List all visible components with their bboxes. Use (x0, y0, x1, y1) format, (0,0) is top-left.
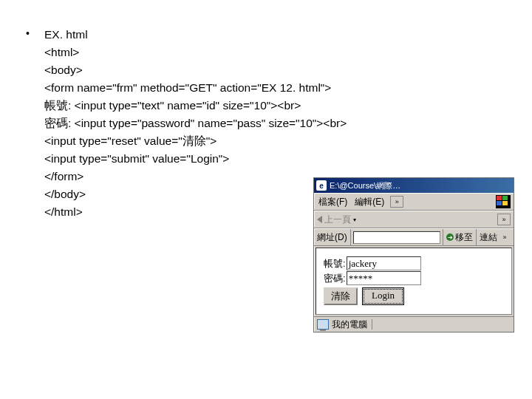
back-button[interactable]: 上一頁 ▾ (317, 214, 356, 226)
windows-logo-icon (496, 195, 511, 208)
code-line: EX. html (44, 26, 347, 44)
code-line: </body> (44, 185, 347, 203)
go-button[interactable]: ➜ 移至 (443, 229, 476, 245)
dropdown-icon: ▾ (353, 216, 356, 223)
computer-icon (317, 319, 329, 330)
code-line: <form name="frm" method="GET" action="EX… (44, 79, 347, 97)
code-line: </html> (44, 203, 347, 221)
address-bar: 網址(D) ➜ 移至 連結 » (314, 228, 514, 246)
status-text: 我的電腦 (332, 318, 367, 331)
code-line: <input type="submit" value="Login"> (44, 150, 347, 168)
code-block: EX. html <html> <body> <form name="frm" … (44, 26, 347, 221)
address-input[interactable] (353, 231, 440, 244)
menubar: 檔案(F) 編輯(E) » (314, 193, 514, 211)
links-label[interactable]: 連結 » (476, 229, 514, 245)
code-line: 密碼: <input type="password" name="pass" s… (44, 115, 347, 132)
window-title: E:\@Course\網際… (330, 180, 511, 191)
menu-more-button[interactable]: » (390, 196, 403, 208)
reset-button[interactable]: 清除 (324, 287, 358, 305)
pass-label: 密碼: (324, 272, 346, 285)
chevron-icon: » (499, 232, 511, 242)
id-input[interactable]: jackery (347, 256, 421, 270)
code-line: <input type="reset" value="清除"> (44, 132, 347, 150)
code-line: <html> (44, 44, 347, 61)
titlebar: e E:\@Course\網際… (314, 178, 514, 193)
address-label: 網址(D) (314, 229, 351, 245)
menu-edit[interactable]: 編輯(E) (353, 195, 386, 209)
status-bar: 我的電腦 (314, 316, 514, 332)
page-content: 帳號: jackery 密碼: ***** 清除 Login (316, 248, 512, 315)
code-line: 帳號: <input type="text" name="id" size="1… (44, 97, 347, 115)
menu-file[interactable]: 檔案(F) (317, 195, 349, 209)
code-line: <body> (44, 61, 347, 79)
ie-icon: e (316, 180, 327, 191)
go-arrow-icon: ➜ (446, 233, 454, 241)
nav-toolbar: 上一頁 ▾ » (314, 211, 514, 228)
pass-input[interactable]: ***** (347, 271, 421, 285)
nav-more-button[interactable]: » (497, 214, 511, 225)
arrow-left-icon (317, 216, 322, 223)
code-line: </form> (44, 168, 347, 185)
back-label: 上一頁 (324, 214, 351, 226)
id-label: 帳號: (324, 257, 346, 270)
browser-window: e E:\@Course\網際… 檔案(F) 編輯(E) » 上一頁 ▾ » 網… (313, 177, 514, 332)
bullet-icon: • (26, 26, 44, 39)
submit-button[interactable]: Login (362, 287, 404, 305)
